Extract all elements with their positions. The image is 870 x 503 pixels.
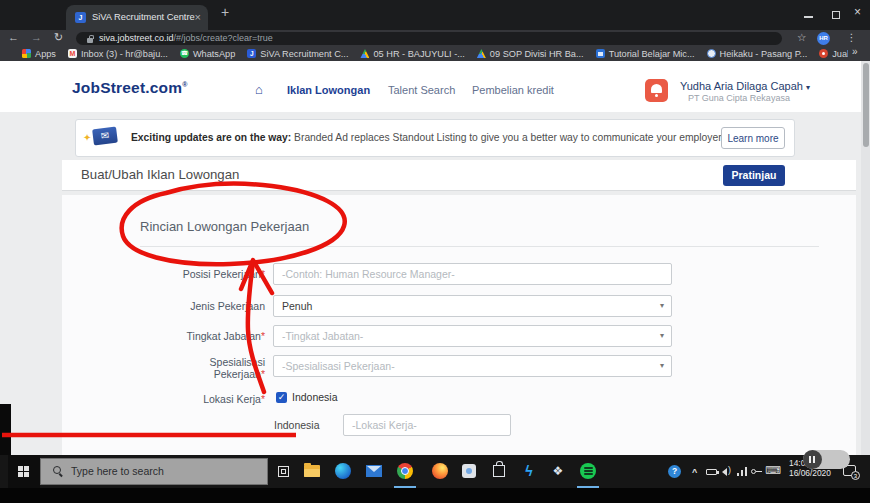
bookmark-whatsapp[interactable]: WhatsApp: [180, 49, 235, 59]
touch-keyboard-icon[interactable]: ⌨: [765, 464, 781, 477]
search-placeholder: Type here to search: [71, 459, 164, 484]
nav-iklan-lowongan[interactable]: Iklan Lowongan: [287, 84, 370, 96]
dropbox-icon[interactable]: ❖: [550, 463, 566, 479]
label-spesialisasi-pekerjaan: SpesialisasiPekerjaan*: [140, 356, 265, 380]
label-tingkat-jabatan: Tingkat Jabatan*: [140, 330, 265, 342]
drive-icon: [360, 49, 369, 58]
checkbox-label-indonesia: Indonesia: [292, 391, 338, 403]
browser-menu-icon[interactable]: ⋮: [846, 31, 857, 43]
user-menu[interactable]: Yudha Aria Dilaga Capah ▾: [680, 80, 810, 92]
video-letterbox-bottom: [0, 488, 870, 503]
back-icon[interactable]: ←: [8, 31, 19, 43]
spotify-icon[interactable]: [580, 463, 596, 479]
bookmark-siva[interactable]: SiVA Recruitment C...: [247, 49, 348, 59]
taskbar-search[interactable]: Type here to search: [40, 458, 268, 485]
new-tab-button[interactable]: +: [221, 4, 229, 20]
browser-tab[interactable]: J SiVA Recruitment Centre ×: [66, 5, 208, 30]
minimize-icon: [804, 16, 813, 18]
bookmark-fingerspot[interactable]: Jual Fingerspot Rev...: [819, 49, 848, 59]
tab-strip: J SiVA Recruitment Centre × + ×: [0, 0, 870, 30]
reload-icon[interactable]: ↻: [54, 31, 63, 44]
key-icon[interactable]: [751, 469, 762, 474]
learn-more-button[interactable]: Learn more: [721, 127, 785, 149]
window-close-button[interactable]: ×: [854, 5, 861, 19]
section-title: Rincian Lowongan Pekerjaan: [140, 219, 309, 234]
bookmarks-overflow-icon[interactable]: »: [852, 46, 858, 57]
windows-logo-icon: [18, 466, 29, 477]
nav-talent-search[interactable]: Talent Search: [388, 84, 455, 96]
forward-icon[interactable]: →: [31, 31, 42, 43]
photos-icon[interactable]: [462, 464, 476, 478]
bookmark-inbox[interactable]: Inbox (3) - hr@baju...: [68, 49, 168, 59]
lightning-app-icon[interactable]: ϟ: [521, 463, 537, 479]
edge-icon[interactable]: [335, 463, 351, 479]
firefox-icon[interactable]: [432, 463, 448, 479]
tab-close-icon[interactable]: ×: [195, 5, 201, 30]
label-jenis-pekerjaan: Jenis Pekerjaan: [140, 300, 265, 312]
envelope-icon: ✉: [92, 127, 118, 146]
siva-icon: [247, 49, 256, 58]
volume-icon[interactable]: ): [722, 467, 734, 477]
tab-favicon-icon: J: [75, 12, 86, 23]
posisi-pekerjaan-input[interactable]: -Contoh: Human Resource Manager-: [273, 263, 672, 285]
fingerspot-icon: [819, 49, 828, 58]
screen: J SiVA Recruitment Centre × + × ← → ↻ si…: [0, 0, 870, 503]
notification-badge: 3: [851, 471, 860, 480]
mail-icon[interactable]: [366, 465, 382, 477]
sparkle-icon: ✦: [83, 132, 91, 143]
jobstreet-logo[interactable]: JobStreet.com®: [72, 79, 188, 97]
file-explorer-icon[interactable]: [304, 465, 320, 477]
tutorial-icon: [596, 49, 605, 58]
tray-chevron-up-icon[interactable]: ^: [692, 467, 697, 477]
bookmark-apps[interactable]: Apps: [22, 49, 56, 59]
date-text: 16/06/2020: [789, 468, 831, 478]
caret-down-icon: ▾: [660, 356, 664, 376]
whatsapp-icon: [180, 49, 189, 58]
window-maximize-button[interactable]: [830, 8, 844, 22]
bookmarks-bar: Apps Inbox (3) - hr@baju... WhatsApp SiV…: [0, 46, 848, 61]
label-lokasi-kerja: Lokasi Kerja*: [140, 393, 265, 405]
battery-icon[interactable]: [706, 469, 717, 475]
page-title: Buat/Ubah Iklan Lowongan: [81, 160, 239, 190]
help-icon[interactable]: ?: [668, 465, 681, 478]
task-view-icon[interactable]: [278, 466, 289, 477]
bookmark-star-icon[interactable]: ☆: [797, 31, 806, 43]
network-icon[interactable]: [737, 467, 749, 476]
maximize-icon: [832, 11, 840, 19]
window-minimize-button[interactable]: [802, 8, 816, 22]
jenis-pekerjaan-select[interactable]: Penuh▾: [273, 295, 672, 317]
url-text: siva.jobstreet.co.id/#/jobs/create?clear…: [99, 32, 273, 45]
gmail-icon: [68, 49, 77, 58]
indonesia-checkbox[interactable]: ✓: [276, 392, 287, 403]
chrome-icon[interactable]: [397, 463, 413, 479]
start-button[interactable]: [8, 455, 40, 488]
bookmark-05hr[interactable]: 05 HR - BAJUYULI -...: [360, 49, 464, 59]
announcement-banner: ✦ ✉ Exciting updates are on the way: Bra…: [75, 119, 795, 157]
profile-avatar[interactable]: HR: [817, 32, 830, 45]
apps-grid-icon: [22, 49, 31, 58]
caret-down-icon: ▾: [806, 83, 810, 92]
caret-down-icon: ▾: [660, 296, 664, 316]
bookmark-tutorial[interactable]: Tutorial Belajar Mic...: [596, 49, 695, 59]
drive-icon: [477, 49, 486, 58]
nav-pembelian-kredit[interactable]: Pembelian kredit: [472, 84, 554, 96]
microsoft-store-icon[interactable]: [493, 465, 505, 477]
video-pause-overlay[interactable]: [803, 450, 850, 469]
home-icon[interactable]: ⌂: [255, 82, 263, 97]
page-scrollbar[interactable]: [861, 61, 870, 455]
preview-button[interactable]: Pratinjau: [723, 165, 785, 186]
caret-down-icon: ▾: [660, 326, 664, 346]
scrollbar-thumb[interactable]: [863, 63, 869, 147]
section-divider: [140, 246, 819, 247]
company-name: PT Guna Cipta Rekayasa: [688, 93, 790, 103]
bookmark-09sop[interactable]: 09 SOP Divisi HR Ba...: [477, 49, 584, 59]
heikaku-icon: [707, 49, 716, 58]
notification-bell-icon[interactable]: [645, 79, 668, 102]
spesialisasi-pekerjaan-select[interactable]: -Spesialisasi Pekerjaan-▾: [273, 355, 672, 377]
tingkat-jabatan-select[interactable]: -Tingkat Jabatan-▾: [273, 325, 672, 347]
tab-title: SiVA Recruitment Centre: [92, 5, 195, 30]
url-bar[interactable]: siva.jobstreet.co.id/#/jobs/create?clear…: [76, 32, 782, 45]
bookmark-heikaku[interactable]: Heikaku - Pasang P...: [707, 49, 808, 59]
lokasi-kerja-input[interactable]: -Lokasi Kerja-: [343, 414, 511, 436]
label-indonesia: Indonesia: [274, 419, 320, 431]
